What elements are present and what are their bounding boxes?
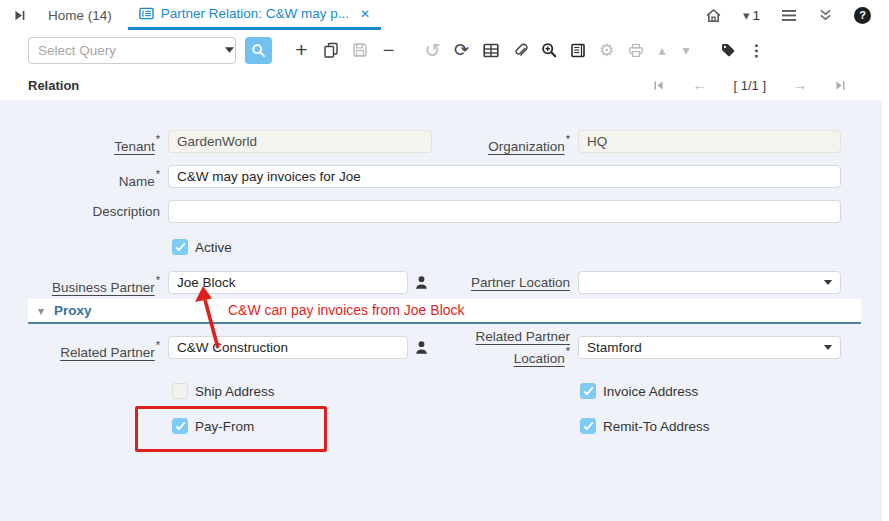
minus-icon: − bbox=[383, 39, 395, 62]
related-partner-person-icon[interactable] bbox=[413, 339, 430, 356]
caret-down-icon bbox=[224, 46, 235, 54]
copy-icon bbox=[323, 42, 339, 58]
name-label: Name* bbox=[28, 168, 160, 190]
select-query-input[interactable] bbox=[29, 43, 224, 58]
vertical-scrollbar[interactable] bbox=[882, 100, 889, 521]
help-icon[interactable]: ? bbox=[854, 7, 871, 24]
tenant-field bbox=[168, 130, 432, 153]
related-partner-location-caret-button[interactable] bbox=[816, 337, 840, 358]
more-options-button[interactable]: ⋮ bbox=[742, 36, 771, 65]
toolbar: + − ↺ ⟳ bbox=[0, 30, 889, 70]
plus-icon: + bbox=[295, 38, 307, 62]
business-partner-label[interactable]: Business Partner* bbox=[28, 274, 160, 296]
refresh-icon: ⟳ bbox=[454, 39, 469, 61]
window-count-dropdown[interactable]: ▾ 1 bbox=[743, 8, 760, 23]
invoice-address-label: Invoice Address bbox=[603, 384, 698, 399]
description-field[interactable] bbox=[168, 200, 841, 223]
paperclip-icon bbox=[512, 42, 528, 58]
last-record-button[interactable] bbox=[834, 79, 847, 92]
first-record-button[interactable] bbox=[652, 79, 665, 92]
undo-button[interactable]: ↺ bbox=[418, 36, 447, 65]
caret-down-icon bbox=[823, 344, 833, 351]
check-icon bbox=[175, 242, 186, 252]
partner-location-caret-button[interactable] bbox=[816, 272, 840, 293]
window-list-icon bbox=[139, 6, 154, 21]
parent-record-button[interactable]: ▴ bbox=[650, 36, 674, 65]
active-checkbox[interactable] bbox=[172, 239, 188, 255]
select-query-caret-button[interactable] bbox=[224, 38, 235, 63]
caret-down-icon: ▾ bbox=[682, 42, 689, 58]
previous-record-button[interactable]: ← bbox=[692, 77, 706, 93]
tab-close-icon[interactable]: ✕ bbox=[360, 7, 370, 21]
double-chevron-down-icon[interactable] bbox=[818, 8, 833, 22]
invoice-address-checkbox[interactable] bbox=[580, 383, 596, 399]
partner-location-field[interactable] bbox=[579, 275, 816, 290]
check-icon bbox=[583, 386, 594, 396]
partner-relation-window: Home (14) Partner Relation: C&W may p...… bbox=[0, 0, 889, 521]
first-record-icon bbox=[652, 79, 665, 92]
find-record-button[interactable] bbox=[245, 37, 272, 64]
relation-form: Tenant* Organization* Name* Description … bbox=[0, 100, 889, 521]
pay-from-label: Pay-From bbox=[195, 419, 254, 434]
select-query-combo bbox=[28, 37, 236, 64]
proxy-section-header[interactable]: ▾ Proxy C&W can pay invoices from Joe Bl… bbox=[28, 299, 861, 324]
tab-partner-relation[interactable]: Partner Relation: C&W may p... ✕ bbox=[128, 0, 381, 30]
caret-down-icon: ▾ bbox=[743, 9, 750, 22]
tab-home[interactable]: Home (14) bbox=[32, 0, 128, 30]
active-label: Active bbox=[195, 240, 232, 255]
organization-field bbox=[578, 130, 841, 153]
tabbar-right-icons: ▾ 1 ? bbox=[705, 0, 889, 30]
breadcrumb-bar: Relation ← [ 1/1 ] → bbox=[0, 70, 889, 101]
next-record-button[interactable]: → bbox=[793, 77, 807, 93]
home-icon[interactable] bbox=[705, 7, 722, 24]
caret-up-icon: ▴ bbox=[658, 42, 665, 58]
partner-location-combo bbox=[578, 271, 841, 294]
organization-label[interactable]: Organization* bbox=[430, 133, 570, 155]
related-partner-location-label[interactable]: Related Partner Location* bbox=[430, 328, 570, 367]
copy-record-button[interactable] bbox=[316, 36, 345, 65]
ship-address-label: Ship Address bbox=[195, 384, 275, 399]
menu-icon[interactable] bbox=[781, 9, 797, 22]
business-partner-field[interactable] bbox=[168, 271, 408, 294]
detail-record-button[interactable]: ▾ bbox=[674, 36, 698, 65]
proxy-section-title: Proxy bbox=[54, 303, 92, 318]
zoom-in-icon bbox=[541, 42, 557, 58]
journal-icon bbox=[570, 43, 586, 58]
related-partner-location-combo bbox=[578, 336, 841, 359]
description-label: Description bbox=[28, 203, 160, 220]
name-field[interactable] bbox=[168, 165, 841, 188]
printer-icon bbox=[628, 43, 644, 58]
related-partner-label[interactable]: Related Partner* bbox=[28, 339, 160, 361]
save-button[interactable] bbox=[345, 36, 374, 65]
last-record-icon bbox=[834, 79, 847, 92]
print-button[interactable] bbox=[621, 36, 650, 65]
related-partner-field[interactable] bbox=[168, 336, 408, 359]
tab-home-label: Home (14) bbox=[48, 8, 112, 23]
partner-location-label[interactable]: Partner Location bbox=[430, 274, 570, 291]
skip-end-icon bbox=[13, 9, 26, 22]
zoom-across-button[interactable] bbox=[534, 36, 563, 65]
tab-bar: Home (14) Partner Relation: C&W may p...… bbox=[0, 0, 889, 30]
sidebar-expand-icon[interactable] bbox=[6, 0, 32, 30]
remit-to-address-label: Remit-To Address bbox=[603, 419, 710, 434]
refresh-button[interactable]: ⟳ bbox=[447, 36, 476, 65]
related-partner-location-field[interactable] bbox=[579, 340, 816, 355]
attachment-button[interactable] bbox=[505, 36, 534, 65]
new-record-button[interactable]: + bbox=[287, 36, 316, 65]
business-partner-person-icon[interactable] bbox=[413, 274, 430, 291]
undo-icon: ↺ bbox=[425, 39, 441, 62]
ship-address-checkbox[interactable] bbox=[172, 383, 188, 399]
grid-icon bbox=[483, 43, 499, 58]
label-button[interactable] bbox=[713, 36, 742, 65]
grid-toggle-button[interactable] bbox=[476, 36, 505, 65]
save-icon bbox=[352, 42, 368, 58]
remit-to-address-checkbox[interactable] bbox=[580, 418, 596, 434]
pay-from-checkbox[interactable] bbox=[172, 418, 188, 434]
process-button[interactable]: ⚙ bbox=[592, 36, 621, 65]
delete-record-button[interactable]: − bbox=[374, 36, 403, 65]
check-icon bbox=[583, 421, 594, 431]
tenant-label[interactable]: Tenant* bbox=[28, 133, 160, 155]
caret-down-icon bbox=[823, 279, 833, 286]
record-info-button[interactable] bbox=[563, 36, 592, 65]
section-collapse-icon[interactable]: ▾ bbox=[28, 304, 54, 318]
